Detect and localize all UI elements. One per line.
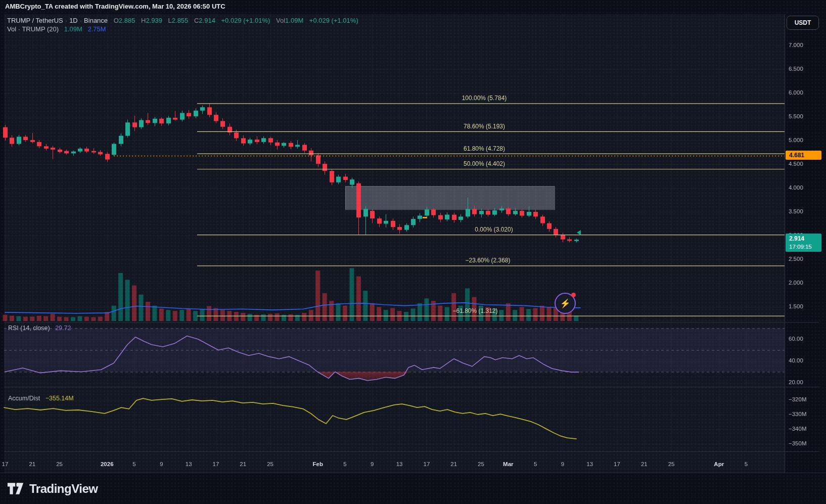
time-axis-label: 25 [478,461,484,467]
lightning-bolt-icon[interactable]: ⚡ [555,293,576,314]
fib-level-label: 0.00% (3.020) [475,226,513,233]
volume-indicator-title[interactable]: Vol · TRUMP (20) [7,25,59,33]
rsi-indicator-title[interactable]: RSI (14, close) [8,325,50,332]
fib-level-label: 100.00% (5.784) [462,95,507,102]
time-axis-label: 25 [56,461,63,467]
time-axis-label: 25 [267,461,273,467]
orange-marker-icon [423,217,427,218]
tradingview-logo-icon [7,482,24,496]
rsi-axis-label: 40.00 [789,357,803,363]
time-axis-label: Feb [312,461,323,467]
ad-axis-label: −350M [789,440,806,446]
fib-level-label: 61.80% (4.728) [464,145,505,152]
time-axis-label: 21 [240,461,246,467]
price-axis-label: 2.500 [789,256,803,262]
low-value: 2.855 [172,17,189,24]
time-axis-label: Apr [714,461,724,467]
symbol-legend[interactable]: TRUMP / TetherUS·1D·Binance O2.885 H2.93… [7,17,358,24]
time-axis-label: 5 [343,461,346,467]
time-axis-label: 5 [745,461,748,467]
tradingview-chart-window: AMBCrypto_TA created with TradingView.co… [0,0,826,504]
price-axis-label: 2.000 [789,280,803,286]
rsi-indicator-legend[interactable]: RSI (14, close) 29.72 [8,325,71,332]
time-axis-label: 9 [561,461,564,467]
fib-level-label: 78.60% (5.193) [464,123,505,130]
tradingview-logo-text: TradingView [29,482,98,496]
price-axis-label: 1.500 [789,303,803,309]
symbol-name[interactable]: TRUMP / TetherUS [7,17,63,24]
time-axis-label: 13 [396,461,403,467]
price-axis-label: 6.500 [789,66,803,72]
volume-indicator-value: 1.09M [64,25,82,33]
accum-dist-value: −355.14M [45,395,74,402]
price-axis-label: 4.000 [789,185,803,191]
time-axis-label: Mar [503,461,513,467]
time-axis-label: 17 [423,461,430,467]
close-value: 2.914 [199,17,215,24]
time-axis-label: 13 [586,461,593,467]
time-axis-label: 9 [371,461,374,467]
legend-separator: · [63,17,69,24]
volume-indicator-legend[interactable]: Vol · TRUMP (20) 1.09M 2.75M [7,25,106,33]
accum-dist-indicator-legend[interactable]: Accum/Dist −355.14M [8,395,74,402]
rsi-axis-label: 20.00 [789,379,803,385]
fib-level-label: −61.80% (1.312) [452,307,497,314]
high-value: 2.939 [146,17,162,24]
price-axis-label: 5.000 [789,137,803,143]
signal-arrow-icon [577,230,581,235]
notification-dot [571,293,576,297]
exchange-label: Binance [84,17,108,24]
tradingview-logo[interactable]: TradingView [7,482,98,496]
current-price-badge: 2.914 17:09:15 [786,234,821,252]
watermark-title: AMBCrypto_TA created with TradingView.co… [5,3,225,10]
time-axis-label: 21 [641,461,648,467]
price-axis-label: 5.500 [789,113,803,119]
fib-level-label: −23.60% (2.368) [465,257,510,264]
volume-change-value: +0.029 (+1.01%) [309,17,358,24]
ad-axis-label: −340M [789,426,806,432]
fib-level-label: 50.00% (4.402) [464,160,505,167]
volume-value: 1.09M [285,17,303,24]
time-axis-label: 5 [534,461,537,467]
time-axis-label: 21 [29,461,35,467]
time-axis-label: 17 [2,461,9,467]
legend-separator: · [78,17,84,24]
branding-bar: TradingView [0,473,826,504]
price-axis-label: 7.000 [789,42,803,48]
time-axis-label: 25 [668,461,675,467]
rsi-value: 29.72 [55,325,71,332]
time-axis-label: 21 [450,461,457,467]
currency-toggle-button[interactable]: USDT [787,16,819,30]
open-value: 2.885 [119,17,135,24]
price-alert-badge: 4.681 [786,151,821,160]
time-axis-label: 5 [132,461,135,467]
bar-countdown: 17:09:15 [789,243,821,251]
ad-axis-label: −330M [789,411,806,417]
interval-label[interactable]: 1D [69,17,78,24]
ad-axis-label: −320M [789,396,806,402]
rsi-axis-label: 60.00 [789,336,803,342]
chart-canvas[interactable] [0,0,826,504]
close-key: C [194,17,199,24]
current-price: 2.914 [789,235,821,243]
price-axis-label: 6.000 [789,89,803,96]
time-axis-label: 2026 [101,461,114,467]
open-key: O [114,17,119,24]
time-axis-label: 9 [160,461,163,467]
time-axis-label: 13 [186,461,192,467]
price-axis-label: 4.500 [789,161,803,167]
change-value: +0.029 (+1.01%) [221,17,270,24]
high-key: H [141,17,146,24]
time-axis-label: 17 [213,461,219,467]
volume-key: Vol [276,17,285,24]
volume-ma-value: 2.75M [88,25,106,33]
accum-dist-indicator-title[interactable]: Accum/Dist [8,395,40,402]
time-axis-label: 17 [614,461,620,467]
price-axis-label: 3.500 [789,208,803,214]
low-key: L [168,17,172,24]
